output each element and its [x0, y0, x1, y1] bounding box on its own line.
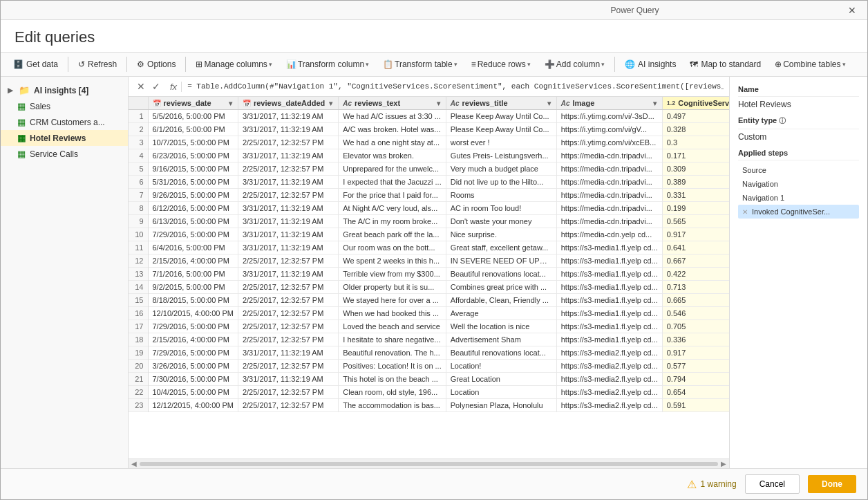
reduce-rows-button[interactable]: ≡ Reduce rows ▾: [466, 57, 536, 72]
formula-cancel-button[interactable]: ✕: [134, 80, 148, 93]
combine-icon: ⊕: [775, 59, 782, 69]
cell: 3/31/2017, 11:32:19 AM: [238, 215, 338, 228]
cell: 2/25/2017, 12:32:57 PM: [238, 189, 338, 202]
table-row: 15/5/2016, 5:00:00 PM3/31/2017, 11:32:19…: [129, 110, 729, 123]
cell: 2/25/2017, 12:32:57 PM: [238, 320, 338, 333]
cell: https://s3-media2.fl.yelp cd...: [556, 386, 662, 399]
transform-table-button[interactable]: 📋 Transform table ▾: [377, 57, 463, 72]
step-label: Invoked CognitiveSer...: [752, 207, 830, 216]
transform-table-icon: 📋: [383, 59, 393, 69]
table-row: 177/29/2016, 5:00:00 PM2/25/2017, 12:32:…: [129, 320, 729, 333]
formula-input[interactable]: [187, 82, 724, 91]
get-data-button[interactable]: 🗄️ Get data: [8, 57, 64, 72]
scroll-left-arrow[interactable]: ◀: [131, 460, 137, 467]
cell: 0.654: [662, 386, 729, 399]
cell: 12/10/2015, 4:00:00 PM: [148, 307, 238, 320]
table-icon-sales: ▦: [17, 101, 26, 111]
num-type-icon: 1.2: [667, 100, 676, 107]
cell: 3/31/2017, 11:32:19 AM: [238, 228, 338, 241]
row-number: 2: [129, 123, 148, 136]
applied-step-item[interactable]: Navigation 1: [738, 191, 859, 205]
row-number: 8: [129, 202, 148, 215]
applied-step-item[interactable]: Navigation: [738, 177, 859, 191]
cell: worst ever !: [446, 136, 556, 149]
step-delete-icon[interactable]: ✕: [742, 208, 748, 216]
manage-columns-button[interactable]: ⊞ Manage columns ▾: [190, 57, 277, 72]
cell: Did not live up to the Hilto...: [446, 176, 556, 189]
scroll-right-arrow[interactable]: ▶: [721, 460, 726, 467]
ai-insights-button[interactable]: 🌐 AI insights: [619, 57, 681, 72]
col-header-cognitive: 1.2 CognitiveServices.... ▾: [662, 97, 729, 110]
sidebar-item-crm[interactable]: ▦ CRM Customers a...: [1, 114, 128, 130]
cell: Please Keep Away Until Co...: [446, 123, 556, 136]
cancel-button[interactable]: Cancel: [745, 474, 800, 494]
col-filter-text[interactable]: ▾: [435, 100, 442, 107]
date-type-icon-2: 📅: [243, 100, 251, 107]
name-section: Name Hotel Reviews: [738, 85, 859, 109]
sidebar-item-hotel-reviews[interactable]: ▦ Hotel Reviews: [1, 130, 128, 146]
cell: Loved the beach and service: [339, 320, 446, 333]
sidebar-item-sales[interactable]: ▦ Sales: [1, 98, 128, 114]
main-area: ▶ 📁 AI insights [4] ▦ Sales ▦ CRM Custom…: [1, 77, 867, 468]
cell: Great beach park off the la...: [339, 228, 446, 241]
add-column-button[interactable]: ➕ Add column ▾: [539, 57, 610, 72]
cell: https://s3-media1.fl.yelp cd...: [556, 294, 662, 307]
transform-column-button[interactable]: 📊 Transform column ▾: [281, 57, 375, 72]
cell: 6/1/2016, 5:00:00 PM: [148, 123, 238, 136]
cell: Rooms: [446, 189, 556, 202]
table-row: 79/26/2015, 5:00:00 PM2/25/2017, 12:32:5…: [129, 189, 729, 202]
cell: Gutes Preis- Leistungsverh...: [446, 149, 556, 163]
table-container[interactable]: 📅 reviews_date ▾ 📅 reviews_dateAdded ▾: [129, 97, 729, 459]
cell: https://s3-media1.fl.yelp cd...: [556, 281, 662, 294]
cell: 2/15/2016, 4:00:00 PM: [148, 254, 238, 268]
options-button[interactable]: ⚙ Options: [131, 57, 181, 72]
cell: 0.3: [662, 136, 729, 149]
cell: IN SEVERE NEED OF UPDA...: [446, 254, 556, 268]
combine-tables-button[interactable]: ⊕ Combine tables ▾: [769, 57, 851, 72]
col-filter-title[interactable]: ▾: [546, 100, 552, 107]
sidebar-item-service-calls[interactable]: ▦ Service Calls: [1, 146, 128, 162]
col-header-reviews-dateAdded: 📅 reviews_dateAdded ▾: [238, 97, 338, 110]
cell: 2/25/2017, 12:32:57 PM: [238, 281, 338, 294]
cell: 8/18/2015, 5:00:00 PM: [148, 294, 238, 307]
cell: 0.497: [662, 110, 729, 123]
row-number: 11: [129, 241, 148, 254]
date-type-icon: 📅: [153, 100, 161, 107]
row-num-header: [129, 97, 148, 110]
horizontal-scrollbar-area: ◀ ▶: [129, 459, 729, 468]
horizontal-scrollbar[interactable]: [140, 462, 718, 466]
cell: 2/25/2017, 12:32:57 PM: [238, 307, 338, 320]
col-filter-image[interactable]: ▾: [652, 100, 658, 107]
cell: The accommodation is bas...: [339, 399, 446, 412]
entity-type-label: Entity type: [738, 116, 777, 124]
cell: 7/1/2016, 5:00:00 PM: [148, 268, 238, 281]
cell: Beautiful renovations locat...: [446, 268, 556, 281]
close-button[interactable]: ✕: [844, 3, 860, 17]
cell: 9/2/2015, 5:00:00 PM: [148, 281, 238, 294]
cell: 3/31/2017, 11:32:19 AM: [238, 110, 338, 123]
cell: 0.667: [662, 254, 729, 268]
cell: 0.917: [662, 228, 729, 241]
applied-step-item[interactable]: ✕Invoked CognitiveSer...: [738, 205, 859, 219]
cell: 10/4/2015, 5:00:00 PM: [148, 386, 238, 399]
cell: 0.331: [662, 189, 729, 202]
cell: We had a one night stay at...: [339, 136, 446, 149]
col-filter-dateadded[interactable]: ▾: [328, 100, 334, 107]
map-to-standard-button[interactable]: 🗺 Map to standard: [684, 57, 766, 72]
table-row: 2210/4/2015, 5:00:00 PM2/25/2017, 12:32:…: [129, 386, 729, 399]
table-row: 65/31/2016, 5:00:00 PM3/31/2017, 11:32:1…: [129, 176, 729, 189]
formula-confirm-button[interactable]: ✓: [149, 80, 163, 93]
step-label: Navigation 1: [742, 194, 784, 202]
applied-step-item[interactable]: Source: [738, 163, 859, 177]
cell: I hesitate to share negative...: [339, 333, 446, 346]
row-number: 14: [129, 281, 148, 294]
cell: 0.171: [662, 149, 729, 163]
sidebar-item-ai-insights[interactable]: ▶ 📁 AI insights [4]: [1, 82, 128, 98]
row-number: 23: [129, 399, 148, 412]
cell: https://i.ytimg.com/vi/xcEB...: [556, 136, 662, 149]
col-filter-reviews-date[interactable]: ▾: [227, 100, 234, 107]
done-button[interactable]: Done: [808, 475, 856, 493]
formula-fx-label: fx: [166, 82, 182, 92]
cell: 2/25/2017, 12:32:57 PM: [238, 399, 338, 412]
refresh-button[interactable]: ↺ Refresh: [73, 57, 122, 72]
